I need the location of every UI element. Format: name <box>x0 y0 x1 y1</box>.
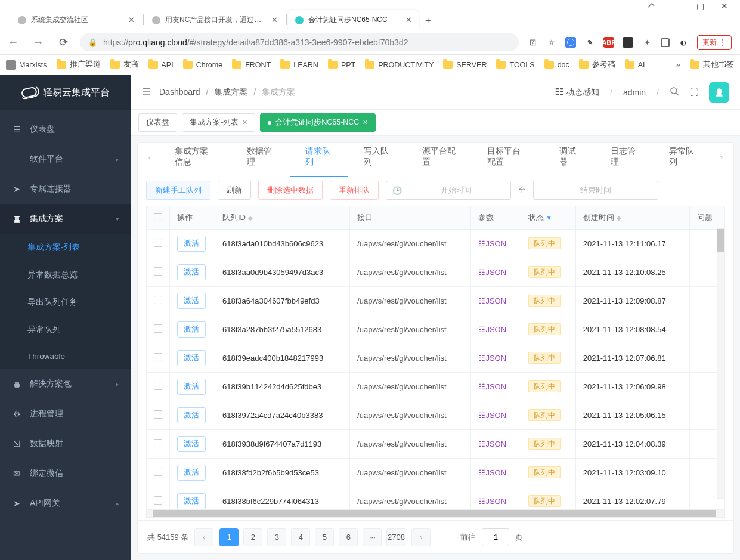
bookmark-overflow[interactable]: 其他书签 <box>690 60 734 70</box>
sidebar-item[interactable]: ⬚软件平台▸ <box>0 144 131 174</box>
bookmark-folder[interactable]: PRODUCTIVITY <box>365 60 434 70</box>
page-tab[interactable]: 仪表盘 <box>138 113 177 132</box>
inner-tab[interactable]: 请求队列 <box>290 138 348 177</box>
activate-button[interactable]: 激活 <box>177 264 206 280</box>
sort-icon[interactable]: ◆ <box>617 215 621 221</box>
goto-page-input[interactable] <box>482 528 509 546</box>
cell-params[interactable]: ☷JSON <box>471 430 521 459</box>
window-minimize-icon[interactable] <box>648 1 655 10</box>
page-tab[interactable]: 集成方案-列表✕ <box>182 113 255 132</box>
nav-reload-icon[interactable]: ⟳ <box>55 36 72 49</box>
activate-button[interactable]: 激活 <box>177 493 206 509</box>
bookmark-folder[interactable]: LEARN <box>280 60 318 70</box>
nav-back-icon[interactable]: ← <box>5 36 21 49</box>
cell-params[interactable]: ☷JSON <box>471 287 521 315</box>
bookmark-folder[interactable]: 推广渠道 <box>57 60 101 70</box>
tab-close-icon[interactable]: ✕ <box>271 16 278 24</box>
row-checkbox[interactable] <box>154 468 162 476</box>
start-time-input[interactable]: 🕒开始时间 <box>386 181 511 200</box>
sidebar-subitem[interactable]: 集成方案-列表 <box>0 234 131 261</box>
col-header[interactable]: 创建时间◆ <box>575 206 689 230</box>
ext-square-icon[interactable] <box>623 37 633 48</box>
cell-params[interactable]: ☷JSON <box>471 373 521 401</box>
page-tab[interactable]: 会计凭证同步NC65-NCC✕ <box>260 113 376 132</box>
sidebar-subitem[interactable]: Throwable <box>0 344 131 369</box>
col-header[interactable] <box>147 206 170 230</box>
abp-icon[interactable]: ABP <box>603 37 614 48</box>
activate-button[interactable]: 激活 <box>177 465 206 481</box>
key-icon[interactable]: ⚿ <box>527 37 538 48</box>
awareness-link[interactable]: ☷ 动态感知 <box>555 87 599 98</box>
bookmarks-more-icon[interactable]: » <box>676 61 680 69</box>
bookmark-folder[interactable]: PPT <box>328 60 355 70</box>
bookmark-folder[interactable]: FRONT <box>232 60 271 70</box>
tabs-scroll-right-icon[interactable]: › <box>712 153 731 162</box>
new-tab-button[interactable]: + <box>419 12 436 30</box>
page-number[interactable]: ··· <box>363 528 382 546</box>
inner-tab[interactable]: 目标平台配置 <box>472 138 544 177</box>
row-checkbox[interactable] <box>154 324 162 333</box>
page-number[interactable]: 2708 <box>386 528 405 546</box>
row-checkbox[interactable] <box>154 439 162 447</box>
row-checkbox[interactable] <box>154 496 162 505</box>
cell-params[interactable]: ☷JSON <box>471 230 521 258</box>
user-name[interactable]: admin <box>623 88 646 97</box>
address-bar[interactable]: 🔒 https://pro.qliang.cloud/#/strategy/de… <box>80 33 519 51</box>
page-number[interactable]: 5 <box>315 528 334 546</box>
sort-desc-icon[interactable]: ▼ <box>546 215 552 221</box>
tabs-scroll-left-icon[interactable]: ‹ <box>140 153 159 162</box>
bookmark-folder[interactable]: TOOLS <box>496 60 534 70</box>
inner-tab[interactable]: 写入队列 <box>348 138 407 177</box>
bookmark-folder[interactable]: API <box>148 60 174 70</box>
page-number[interactable]: 4 <box>291 528 310 546</box>
fullscreen-icon[interactable]: ⛶ <box>690 88 698 97</box>
sidebar-subitem[interactable]: 异常数据总览 <box>0 261 131 289</box>
extensions-icon[interactable]: ✦ <box>642 37 652 48</box>
search-icon[interactable] <box>670 86 679 98</box>
col-header[interactable]: 状态▼ <box>521 206 575 230</box>
browser-tab[interactable]: 会计凭证同步NC65-NCC✕ <box>288 10 419 30</box>
sidebar-item[interactable]: ⇲数据映射 <box>0 429 131 459</box>
activate-button[interactable]: 激活 <box>177 293 206 309</box>
checkbox-all[interactable] <box>154 213 162 221</box>
activate-button[interactable]: 激活 <box>177 407 206 423</box>
page-number[interactable]: 1 <box>219 528 239 546</box>
sidebar-subitem[interactable]: 导出队列任务 <box>0 289 131 316</box>
row-checkbox[interactable] <box>154 410 162 419</box>
sidebar-item[interactable]: ➤API网关▸ <box>0 488 131 518</box>
activate-button[interactable]: 激活 <box>177 321 206 338</box>
page-prev-button[interactable]: ‹ <box>194 528 213 546</box>
inner-tab[interactable]: 日志管理 <box>595 138 654 177</box>
eyedropper-icon[interactable]: ✎ <box>584 37 595 48</box>
page-number[interactable]: 2 <box>243 528 262 546</box>
new-queue-button[interactable]: 新建手工队列 <box>146 181 210 200</box>
horizontal-scrollbar[interactable] <box>146 509 725 518</box>
bookmark-folder[interactable]: SERVER <box>443 60 487 70</box>
sidebar-item[interactable]: ✉绑定微信 <box>0 459 131 488</box>
browser-tab[interactable]: 系统集成交流社区✕ <box>11 10 142 30</box>
end-time-input[interactable]: 结束时间 <box>533 181 658 200</box>
inner-tab[interactable]: 调试器 <box>544 138 595 177</box>
browser-tab[interactable]: 用友NC产品接口开发，通过轻易✕ <box>145 10 285 30</box>
window-minimize[interactable]: — <box>671 1 680 10</box>
bookmark-folder[interactable]: AI <box>625 60 645 70</box>
bookmark-folder[interactable]: 参考稿 <box>579 60 615 70</box>
activate-button[interactable]: 激活 <box>177 350 206 366</box>
page-number[interactable]: 6 <box>339 528 358 546</box>
inner-tab[interactable]: 源平台配置 <box>407 138 472 177</box>
profile-icon[interactable]: ◐ <box>678 37 689 48</box>
cell-params[interactable]: ☷JSON <box>471 315 521 344</box>
translate-icon[interactable] <box>565 37 576 48</box>
close-icon[interactable]: ✕ <box>363 119 368 126</box>
update-button[interactable]: 更新⋮ <box>697 35 732 50</box>
window-close[interactable]: ✕ <box>721 1 728 10</box>
sort-icon[interactable]: ◆ <box>248 215 253 221</box>
inner-tab[interactable]: 集成方案信息 <box>159 138 231 177</box>
sidebar-item[interactable]: ▦解决方案包▸ <box>0 369 131 399</box>
inner-tab[interactable]: 异常队列 <box>654 138 712 177</box>
crumb-dashboard[interactable]: Dashboard <box>159 87 200 98</box>
refresh-button[interactable]: 刷新 <box>218 181 251 200</box>
row-checkbox[interactable] <box>154 267 162 276</box>
avatar[interactable] <box>709 82 729 103</box>
cell-params[interactable]: ☷JSON <box>471 459 521 487</box>
